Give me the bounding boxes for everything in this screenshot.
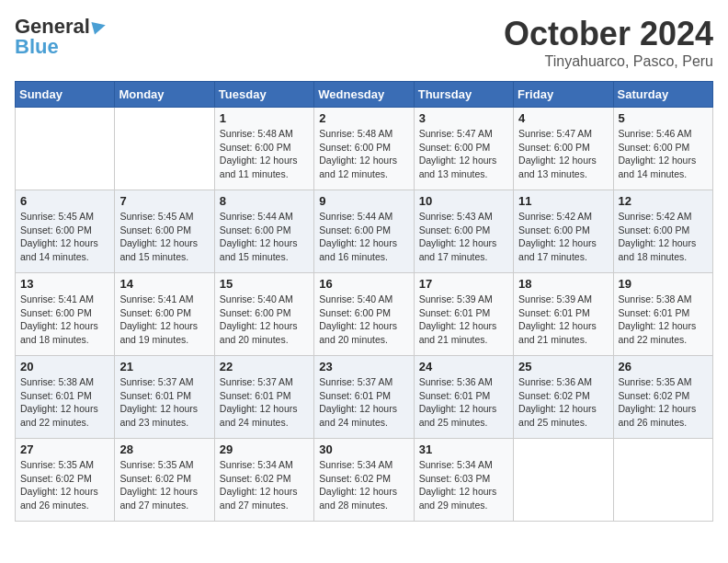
day-number: 30 <box>319 442 408 456</box>
day-info: Sunrise: 5:37 AMSunset: 6:01 PMDaylight:… <box>119 375 209 430</box>
calendar-cell: 7Sunrise: 5:45 AMSunset: 6:00 PMDaylight… <box>115 190 214 273</box>
calendar-header-wednesday: Wednesday <box>314 82 414 108</box>
day-info: Sunrise: 5:34 AMSunset: 6:02 PMDaylight:… <box>319 458 408 512</box>
calendar-cell: 31Sunrise: 5:34 AMSunset: 6:03 PMDayligh… <box>414 439 513 522</box>
calendar-cell: 14Sunrise: 5:41 AMSunset: 6:00 PMDayligh… <box>115 273 214 356</box>
day-number: 19 <box>619 277 708 291</box>
day-number: 15 <box>220 277 309 291</box>
day-number: 7 <box>119 194 209 208</box>
day-number: 12 <box>619 194 708 208</box>
calendar-header-monday: Monday <box>115 82 214 108</box>
day-info: Sunrise: 5:46 AMSunset: 6:00 PMDaylight:… <box>619 127 708 181</box>
day-number: 18 <box>518 277 608 291</box>
day-info: Sunrise: 5:39 AMSunset: 6:01 PMDaylight:… <box>518 293 608 347</box>
calendar-cell: 25Sunrise: 5:36 AMSunset: 6:02 PMDayligh… <box>514 356 613 439</box>
day-number: 14 <box>119 277 209 291</box>
calendar-cell <box>514 439 613 522</box>
calendar-header-sunday: Sunday <box>16 82 115 108</box>
day-info: Sunrise: 5:36 AMSunset: 6:02 PMDaylight:… <box>518 375 608 430</box>
calendar-cell: 3Sunrise: 5:47 AMSunset: 6:00 PMDaylight… <box>414 108 513 190</box>
day-info: Sunrise: 5:42 AMSunset: 6:00 PMDaylight:… <box>518 210 608 264</box>
day-info: Sunrise: 5:39 AMSunset: 6:01 PMDaylight:… <box>419 293 508 347</box>
day-number: 13 <box>20 277 109 291</box>
day-info: Sunrise: 5:35 AMSunset: 6:02 PMDaylight:… <box>619 375 708 430</box>
calendar-cell: 9Sunrise: 5:44 AMSunset: 6:00 PMDaylight… <box>314 190 414 273</box>
calendar-cell <box>16 108 115 190</box>
day-info: Sunrise: 5:36 AMSunset: 6:01 PMDaylight:… <box>419 375 508 430</box>
calendar-header-tuesday: Tuesday <box>214 82 313 108</box>
day-info: Sunrise: 5:48 AMSunset: 6:00 PMDaylight:… <box>220 127 309 181</box>
day-info: Sunrise: 5:44 AMSunset: 6:00 PMDaylight:… <box>220 210 309 264</box>
calendar-cell: 29Sunrise: 5:34 AMSunset: 6:02 PMDayligh… <box>214 439 313 522</box>
day-number: 6 <box>20 194 109 208</box>
calendar-cell: 2Sunrise: 5:48 AMSunset: 6:00 PMDaylight… <box>314 108 414 190</box>
calendar-cell: 16Sunrise: 5:40 AMSunset: 6:00 PMDayligh… <box>314 273 414 356</box>
calendar-week-row: 1Sunrise: 5:48 AMSunset: 6:00 PMDaylight… <box>16 108 713 190</box>
calendar-cell: 21Sunrise: 5:37 AMSunset: 6:01 PMDayligh… <box>115 356 214 439</box>
day-number: 3 <box>419 111 508 125</box>
day-number: 4 <box>518 111 608 125</box>
calendar-cell: 12Sunrise: 5:42 AMSunset: 6:00 PMDayligh… <box>613 190 712 273</box>
title-block: October 2024 Tinyahuarco, Pasco, Peru <box>504 15 713 70</box>
page-header: General Blue October 2024 Tinyahuarco, P… <box>15 15 713 70</box>
calendar-cell: 8Sunrise: 5:44 AMSunset: 6:00 PMDaylight… <box>214 190 313 273</box>
calendar-cell: 15Sunrise: 5:40 AMSunset: 6:00 PMDayligh… <box>214 273 313 356</box>
calendar-cell: 20Sunrise: 5:38 AMSunset: 6:01 PMDayligh… <box>16 356 115 439</box>
day-info: Sunrise: 5:40 AMSunset: 6:00 PMDaylight:… <box>220 293 309 347</box>
day-number: 5 <box>619 111 708 125</box>
day-number: 11 <box>518 194 608 208</box>
calendar-header-row: SundayMondayTuesdayWednesdayThursdayFrid… <box>16 82 713 108</box>
calendar-cell: 5Sunrise: 5:46 AMSunset: 6:00 PMDaylight… <box>613 108 712 190</box>
logo: General Blue <box>15 15 106 59</box>
calendar-week-row: 6Sunrise: 5:45 AMSunset: 6:00 PMDaylight… <box>16 190 713 273</box>
calendar-header-saturday: Saturday <box>613 82 712 108</box>
day-number: 20 <box>20 360 109 373</box>
day-info: Sunrise: 5:42 AMSunset: 6:00 PMDaylight:… <box>619 210 708 264</box>
day-number: 8 <box>220 194 309 208</box>
logo-blue-text: Blue <box>15 35 59 59</box>
logo-arrow-icon <box>91 18 107 34</box>
day-number: 27 <box>20 442 109 456</box>
calendar-cell: 26Sunrise: 5:35 AMSunset: 6:02 PMDayligh… <box>613 356 712 439</box>
day-info: Sunrise: 5:41 AMSunset: 6:00 PMDaylight:… <box>20 293 109 347</box>
day-number: 1 <box>220 111 309 125</box>
calendar-cell <box>613 439 712 522</box>
day-info: Sunrise: 5:34 AMSunset: 6:02 PMDaylight:… <box>220 458 309 512</box>
day-number: 9 <box>319 194 408 208</box>
day-info: Sunrise: 5:47 AMSunset: 6:00 PMDaylight:… <box>419 127 508 181</box>
day-number: 16 <box>319 277 408 291</box>
calendar-cell: 19Sunrise: 5:38 AMSunset: 6:01 PMDayligh… <box>613 273 712 356</box>
calendar-cell: 22Sunrise: 5:37 AMSunset: 6:01 PMDayligh… <box>214 356 313 439</box>
calendar-table: SundayMondayTuesdayWednesdayThursdayFrid… <box>15 81 713 522</box>
calendar-cell: 23Sunrise: 5:37 AMSunset: 6:01 PMDayligh… <box>314 356 414 439</box>
day-info: Sunrise: 5:48 AMSunset: 6:00 PMDaylight:… <box>319 127 408 181</box>
calendar-week-row: 27Sunrise: 5:35 AMSunset: 6:02 PMDayligh… <box>16 439 713 522</box>
day-number: 22 <box>220 360 309 373</box>
calendar-header-friday: Friday <box>514 82 613 108</box>
calendar-cell: 4Sunrise: 5:47 AMSunset: 6:00 PMDaylight… <box>514 108 613 190</box>
calendar-week-row: 13Sunrise: 5:41 AMSunset: 6:00 PMDayligh… <box>16 273 713 356</box>
day-number: 29 <box>220 442 309 456</box>
day-info: Sunrise: 5:47 AMSunset: 6:00 PMDaylight:… <box>518 127 608 181</box>
calendar-cell: 24Sunrise: 5:36 AMSunset: 6:01 PMDayligh… <box>414 356 513 439</box>
day-info: Sunrise: 5:35 AMSunset: 6:02 PMDaylight:… <box>20 458 109 512</box>
day-info: Sunrise: 5:34 AMSunset: 6:03 PMDaylight:… <box>419 458 508 512</box>
calendar-cell: 1Sunrise: 5:48 AMSunset: 6:00 PMDaylight… <box>214 108 313 190</box>
calendar-cell: 28Sunrise: 5:35 AMSunset: 6:02 PMDayligh… <box>115 439 214 522</box>
day-number: 24 <box>419 360 508 373</box>
calendar-cell: 30Sunrise: 5:34 AMSunset: 6:02 PMDayligh… <box>314 439 414 522</box>
calendar-cell: 11Sunrise: 5:42 AMSunset: 6:00 PMDayligh… <box>514 190 613 273</box>
day-info: Sunrise: 5:38 AMSunset: 6:01 PMDaylight:… <box>619 293 708 347</box>
day-info: Sunrise: 5:45 AMSunset: 6:00 PMDaylight:… <box>20 210 109 264</box>
day-number: 25 <box>518 360 608 373</box>
day-number: 28 <box>119 442 209 456</box>
day-number: 2 <box>319 111 408 125</box>
day-info: Sunrise: 5:44 AMSunset: 6:00 PMDaylight:… <box>319 210 408 264</box>
day-number: 26 <box>619 360 708 373</box>
calendar-cell: 27Sunrise: 5:35 AMSunset: 6:02 PMDayligh… <box>16 439 115 522</box>
day-info: Sunrise: 5:38 AMSunset: 6:01 PMDaylight:… <box>20 375 109 430</box>
calendar-cell: 13Sunrise: 5:41 AMSunset: 6:00 PMDayligh… <box>16 273 115 356</box>
day-info: Sunrise: 5:43 AMSunset: 6:00 PMDaylight:… <box>419 210 508 264</box>
calendar-cell: 17Sunrise: 5:39 AMSunset: 6:01 PMDayligh… <box>414 273 513 356</box>
page-subtitle: Tinyahuarco, Pasco, Peru <box>504 53 713 70</box>
